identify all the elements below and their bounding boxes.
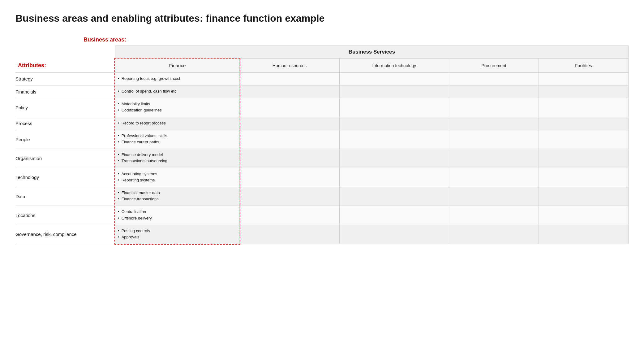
diagram-container: Business areas: Business Services Attrib… (15, 37, 629, 244)
procurement-cell (449, 206, 539, 225)
procurement-cell (449, 225, 539, 244)
it-cell (339, 149, 449, 168)
list-item: Accounting systems (118, 171, 237, 177)
table-row: LocationsCentralisationOffshore delivery (15, 206, 629, 225)
table-row: TechnologyAccounting systemsReporting sy… (15, 168, 629, 187)
facilities-cell (539, 168, 628, 187)
finance-column-header: Finance (115, 59, 240, 73)
list-item: Posting controls (118, 228, 237, 234)
attribute-name: Data (15, 194, 25, 199)
procurement-cell (449, 85, 539, 98)
page-title: Business areas and enabling attributes: … (15, 12, 629, 24)
list-item: Materiality limits (118, 101, 237, 107)
facilities-cell (539, 72, 628, 85)
facilities-cell (539, 130, 628, 149)
procurement-cell (449, 149, 539, 168)
attribute-name: Strategy (15, 76, 33, 81)
list-item: Reporting systems (118, 177, 237, 183)
facilities-cell (539, 149, 628, 168)
it-column-header: Information technology (339, 59, 449, 73)
table-row: PolicyMateriality limitsCodification gui… (15, 98, 629, 117)
list-item: Transactional outsourcing (118, 158, 237, 164)
it-cell (339, 72, 449, 85)
finance-cell: Professional values, skillsFinance caree… (115, 130, 240, 149)
finance-cell: Accounting systemsReporting systems (115, 168, 240, 187)
attribute-name: Financials (15, 89, 36, 94)
procurement-column-header: Procurement (449, 59, 539, 73)
list-item: Codification guidelines (118, 107, 237, 113)
attribute-name: Process (15, 121, 32, 126)
it-cell (339, 206, 449, 225)
table-row: FinancialsControl of spend, cash flow et… (15, 85, 629, 98)
procurement-cell (449, 72, 539, 85)
attribute-cell: Governance, risk, compliance (15, 225, 115, 244)
finance-cell: Posting controlsApprovals (115, 225, 240, 244)
table-outer: Business Services Attributes: Finance Hu… (15, 46, 629, 244)
hr-cell (240, 168, 339, 187)
procurement-cell (449, 168, 539, 187)
facilities-cell (539, 117, 628, 130)
procurement-cell (449, 98, 539, 117)
attribute-name: Locations (15, 213, 35, 218)
procurement-cell (449, 187, 539, 206)
list-item: Financial master data (118, 190, 237, 196)
attributes-label: Attributes: (15, 59, 115, 73)
table-row: Governance, risk, compliancePosting cont… (15, 225, 629, 244)
it-cell (339, 168, 449, 187)
hr-cell (240, 117, 339, 130)
main-table: Business Services Attributes: Finance Hu… (15, 46, 629, 244)
facilities-cell (539, 206, 628, 225)
list-item: Finance transactions (118, 196, 237, 202)
attribute-cell: Locations (15, 206, 115, 225)
data-tbody: StrategyReporting focus e.g. growth, cos… (15, 72, 629, 244)
attribute-name: Governance, risk, compliance (15, 232, 77, 237)
it-cell (339, 98, 449, 117)
attribute-name: Organisation (15, 156, 42, 161)
business-services-header: Business Services (115, 46, 628, 59)
facilities-cell (539, 187, 628, 206)
list-item: Offshore delivery (118, 215, 237, 221)
list-item: Reporting focus e.g. growth, cost (118, 76, 237, 81)
table-row: StrategyReporting focus e.g. growth, cos… (15, 72, 629, 85)
list-item: Centralisation (118, 209, 237, 215)
attribute-cell: Technology (15, 168, 115, 187)
it-cell (339, 85, 449, 98)
hr-cell (240, 187, 339, 206)
it-cell (339, 130, 449, 149)
attribute-cell: People (15, 130, 115, 149)
table-row: PeopleProfessional values, skillsFinance… (15, 130, 629, 149)
list-item: Finance delivery model (118, 152, 237, 158)
hr-cell (240, 130, 339, 149)
hr-cell (240, 98, 339, 117)
attribute-name: Policy (15, 105, 28, 110)
table-row: OrganisationFinance delivery modelTransa… (15, 149, 629, 168)
attribute-cell: Organisation (15, 149, 115, 168)
attribute-cell: Data (15, 187, 115, 206)
facilities-column-header: Facilities (539, 59, 628, 73)
hr-column-header: Human resources (240, 59, 339, 73)
finance-cell: Finance delivery modelTransactional outs… (115, 149, 240, 168)
finance-cell: Financial master dataFinance transaction… (115, 187, 240, 206)
table-row: ProcessRecord to report process (15, 117, 629, 130)
table-row: DataFinancial master dataFinance transac… (15, 187, 629, 206)
facilities-cell (539, 98, 628, 117)
attribute-name: Technology (15, 175, 39, 180)
business-services-header-row: Business Services (15, 46, 629, 59)
list-item: Finance career paths (118, 139, 237, 145)
hr-cell (240, 206, 339, 225)
hr-cell (240, 72, 339, 85)
procurement-cell (449, 130, 539, 149)
facilities-cell (539, 225, 628, 244)
finance-cell: Reporting focus e.g. growth, cost (115, 72, 240, 85)
procurement-cell (449, 117, 539, 130)
empty-header-cell (15, 46, 115, 59)
finance-cell: Record to report process (115, 117, 240, 130)
it-cell (339, 187, 449, 206)
it-cell (339, 225, 449, 244)
finance-cell: Materiality limitsCodification guideline… (115, 98, 240, 117)
attribute-cell: Policy (15, 98, 115, 117)
list-item: Record to report process (118, 120, 237, 126)
attribute-name: People (15, 137, 30, 142)
list-item: Control of spend, cash flow etc. (118, 89, 237, 94)
it-cell (339, 117, 449, 130)
